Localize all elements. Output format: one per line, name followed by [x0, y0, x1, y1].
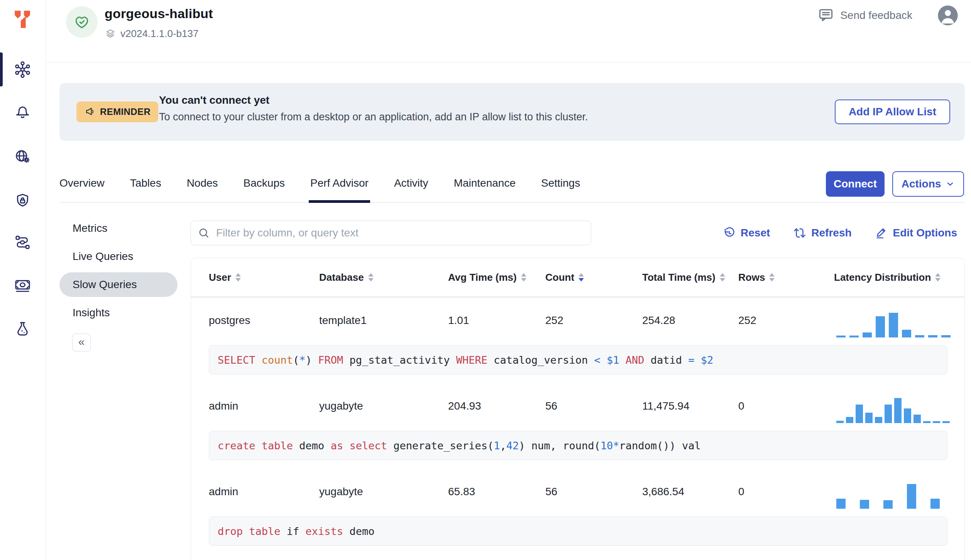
column-label: User	[209, 272, 231, 283]
add-ip-allow-list-button[interactable]: Add IP Allow List	[835, 100, 950, 124]
tab-nodes[interactable]: Nodes	[187, 171, 218, 202]
cell-count: 56	[545, 486, 642, 498]
cell-rows: 0	[738, 486, 834, 498]
query-filter	[191, 221, 591, 245]
nav-network-globe-icon[interactable]	[0, 139, 45, 174]
tab-activity[interactable]: Activity	[394, 171, 428, 202]
sort-icon[interactable]	[368, 273, 374, 282]
table-body: postgrestemplate11.01252254.28252SELECT …	[191, 297, 964, 546]
user-avatar[interactable]	[937, 5, 959, 26]
cluster-name-title: gorgeous-halibut	[105, 6, 213, 21]
reminder-banner: REMINDER You can't connect yet To connec…	[59, 83, 965, 141]
nav-rail	[0, 0, 46, 560]
banner-message: To connect to your cluster from a deskto…	[159, 111, 588, 123]
sort-icon[interactable]	[579, 273, 584, 282]
nav-integrations-flow-icon[interactable]	[0, 224, 45, 260]
column-header-count[interactable]: Count	[545, 272, 642, 283]
yugabyte-logo-icon[interactable]	[12, 8, 33, 30]
banner-title: You can't connect yet	[159, 94, 269, 106]
cell-total-time-ms: 254.28	[642, 314, 738, 327]
feedback-chat-icon	[817, 7, 834, 24]
nav-clusters-icon[interactable]	[0, 52, 45, 87]
column-header-avg-time-ms-[interactable]: Avg Time (ms)	[448, 272, 545, 283]
query-text-box[interactable]: drop table if exists demo	[209, 516, 947, 546]
column-header-user[interactable]: User	[209, 272, 319, 283]
send-feedback-button[interactable]: Send feedback	[817, 7, 912, 24]
perf-advisor-menu: MetricsLive QueriesSlow QueriesInsights	[59, 216, 178, 329]
tab-backups[interactable]: Backups	[244, 171, 285, 202]
cell-user: admin	[209, 486, 319, 498]
refresh-label: Refresh	[811, 227, 851, 239]
cell-database: yugabyte	[319, 486, 448, 498]
nav-security-shield-icon[interactable]	[0, 183, 45, 218]
column-header-rows[interactable]: Rows	[738, 272, 834, 283]
column-label: Database	[319, 272, 364, 283]
edit-pencil-icon	[875, 226, 888, 240]
slow-queries-table: UserDatabaseAvg Time (ms)CountTotal Time…	[191, 258, 965, 560]
cell-avg-time-ms: 204.93	[448, 400, 545, 412]
nav-labs-flask-icon[interactable]	[0, 311, 45, 346]
cluster-version: v2024.1.1.0-b137	[105, 28, 198, 40]
collapse-chevrons-icon: «	[78, 335, 85, 348]
refresh-icon	[793, 226, 806, 240]
table-row[interactable]: adminyugabyte65.83563,686.540	[191, 469, 964, 515]
tab-settings[interactable]: Settings	[541, 171, 580, 202]
reset-history-icon	[722, 226, 736, 240]
reset-button[interactable]: Reset	[722, 226, 770, 240]
sort-icon[interactable]	[769, 273, 775, 282]
latency-histogram	[834, 482, 964, 509]
column-header-database[interactable]: Database	[319, 272, 448, 283]
menu-item-slow-queries[interactable]: Slow Queries	[59, 272, 178, 297]
column-label: Rows	[738, 272, 765, 283]
page-header: gorgeous-halibut v2024.1.1.0-b137 Send f…	[46, 0, 971, 62]
sort-icon[interactable]	[720, 273, 725, 282]
edit-options-button[interactable]: Edit Options	[875, 226, 957, 240]
actions-label: Actions	[902, 178, 941, 190]
cell-database: template1	[319, 314, 448, 327]
send-feedback-label: Send feedback	[840, 9, 912, 22]
collapse-menu-button[interactable]: «	[72, 334, 91, 351]
tab-overview[interactable]: Overview	[59, 171, 105, 202]
menu-item-insights[interactable]: Insights	[59, 300, 178, 325]
column-header-total-time-ms-[interactable]: Total Time (ms)	[642, 272, 738, 283]
actions-dropdown-button[interactable]: Actions	[892, 171, 964, 197]
sort-icon[interactable]	[235, 273, 241, 282]
cell-database: yugabyte	[319, 400, 448, 412]
menu-item-live-queries[interactable]: Live Queries	[59, 244, 178, 269]
cell-count: 56	[545, 400, 642, 412]
latency-histogram	[834, 397, 964, 423]
layers-icon	[105, 28, 116, 40]
column-label: Avg Time (ms)	[448, 272, 517, 283]
edit-options-label: Edit Options	[893, 227, 957, 239]
menu-item-metrics[interactable]: Metrics	[59, 216, 178, 241]
connect-button[interactable]: Connect	[826, 171, 885, 197]
column-header-latency-distribution[interactable]: Latency Distribution	[834, 272, 964, 283]
refresh-button[interactable]: Refresh	[793, 226, 851, 240]
cell-total-time-ms: 11,475.94	[642, 400, 738, 412]
tab-perf-advisor[interactable]: Perf Advisor	[310, 171, 369, 202]
table-row[interactable]: adminyugabyte204.935611,475.940	[191, 383, 964, 429]
sort-icon[interactable]	[521, 273, 526, 282]
table-tools: Reset Refresh Edit Options	[722, 221, 957, 245]
megaphone-icon	[84, 106, 96, 118]
sort-icon[interactable]	[935, 273, 941, 282]
cluster-detail-page: gorgeous-halibut v2024.1.1.0-b137 Send f…	[0, 0, 971, 560]
latency-histogram	[834, 311, 964, 337]
reset-label: Reset	[741, 227, 770, 239]
nav-alerts-bell-icon[interactable]	[0, 93, 45, 128]
table-header-row: UserDatabaseAvg Time (ms)CountTotal Time…	[191, 258, 964, 297]
table-row[interactable]: postgrestemplate11.01252254.28252	[191, 297, 964, 344]
nav-billing-icon[interactable]	[0, 268, 45, 303]
filter-input[interactable]	[215, 226, 584, 240]
reminder-badge: REMINDER	[76, 101, 158, 122]
tab-maintenance[interactable]: Maintenance	[454, 171, 516, 202]
query-text-box[interactable]: SELECT count(*) FROM pg_stat_activity WH…	[209, 345, 947, 374]
cell-user: admin	[209, 400, 319, 412]
cell-avg-time-ms: 65.83	[448, 486, 545, 498]
column-label: Total Time (ms)	[642, 272, 716, 283]
column-label: Count	[545, 272, 574, 283]
reminder-badge-label: REMINDER	[100, 106, 151, 117]
query-text-box[interactable]: create table demo as select generate_ser…	[209, 431, 947, 460]
tab-tables[interactable]: Tables	[130, 171, 161, 202]
cluster-health-badge	[66, 6, 98, 38]
